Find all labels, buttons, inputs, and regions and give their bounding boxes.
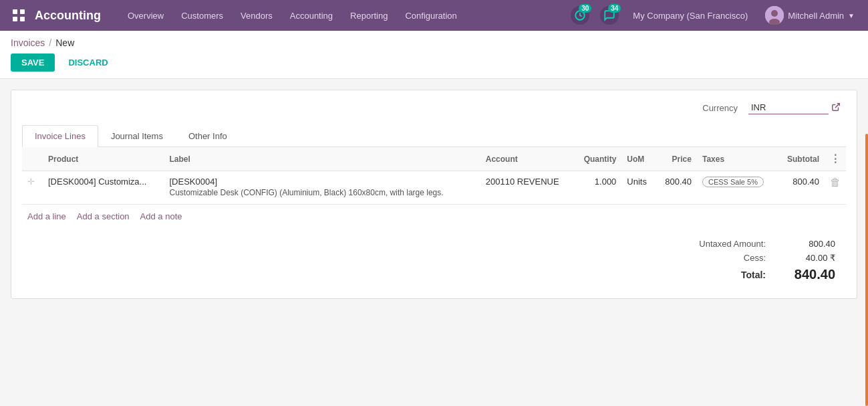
untaxed-label: Untaxed Amount: <box>672 239 766 249</box>
untaxed-amount-row: Untaxed Amount: 800.40 <box>635 239 835 249</box>
total-value: 840.40 <box>782 267 835 282</box>
totals-section: Untaxed Amount: 800.40 Cess: 40.00 ₹ Tot… <box>22 228 846 288</box>
table-header-row: Product Label Account Quantity UoM Price… <box>22 147 846 171</box>
add-note-link[interactable]: Add a note <box>140 211 182 221</box>
svg-rect-2 <box>13 17 17 21</box>
th-quantity: Quantity <box>574 147 622 171</box>
svg-line-8 <box>835 103 839 107</box>
breadcrumb-parent[interactable]: Invoices <box>11 37 45 48</box>
label-code: [DESK0004] <box>169 177 474 187</box>
tab-invoice-lines[interactable]: Invoice Lines <box>22 125 98 147</box>
breadcrumb-separator: / <box>49 37 51 48</box>
quantity-value: 1.000 <box>595 177 617 187</box>
row-subtotal: 800.40 <box>777 171 825 205</box>
tab-journal-items[interactable]: Journal Items <box>98 125 176 147</box>
chat-notification-button[interactable]: 34 <box>598 4 621 27</box>
account-value: 200110 REVENUE <box>486 177 559 187</box>
untaxed-value: 800.40 <box>782 239 835 249</box>
breadcrumb-current: New <box>55 37 74 48</box>
total-row: Total: 840.40 <box>635 267 835 282</box>
top-menu: Overview Customers Vendors Accounting Re… <box>120 7 569 25</box>
row-product[interactable]: [DESK0004] Customiza... <box>43 171 164 205</box>
scrollbar-accent <box>865 134 868 310</box>
menu-accounting[interactable]: Accounting <box>282 7 341 25</box>
total-label: Total: <box>672 270 766 280</box>
drag-icon[interactable]: ✛ <box>27 177 35 187</box>
th-actions: ⋮ <box>825 147 846 171</box>
svg-point-6 <box>771 10 778 17</box>
breadcrumb: Invoices / New <box>11 37 857 48</box>
save-button[interactable]: SAVE <box>11 54 55 72</box>
menu-overview[interactable]: Overview <box>120 7 172 25</box>
label-desc: Customizable Desk (CONFIG) (Aluminium, B… <box>169 187 474 199</box>
company-selector[interactable]: My Company (San Francisco) <box>627 8 753 23</box>
row-taxes[interactable]: CESS Sale 5% <box>697 171 777 205</box>
svg-rect-1 <box>20 9 25 14</box>
tab-other-info[interactable]: Other Info <box>176 125 240 147</box>
menu-reporting[interactable]: Reporting <box>342 7 396 25</box>
currency-external-link-icon[interactable] <box>831 102 841 114</box>
currency-select-wrap: INR USD EUR GBP <box>748 101 841 114</box>
main-content: Currency INR USD EUR GBP In <box>0 79 868 310</box>
product-code: [DESK0004] Customiza... <box>48 177 146 187</box>
add-line-link[interactable]: Add a line <box>27 211 66 221</box>
svg-rect-3 <box>20 17 25 21</box>
th-subtotal: Subtotal <box>777 147 825 171</box>
th-account: Account <box>480 147 574 171</box>
row-price[interactable]: 800.40 <box>656 171 697 205</box>
svg-rect-0 <box>13 9 17 14</box>
th-price: Price <box>656 147 697 171</box>
row-account[interactable]: 200110 REVENUE <box>480 171 574 205</box>
row-delete[interactable]: 🗑 <box>825 171 846 205</box>
discard-button[interactable]: DISCARD <box>60 54 116 72</box>
th-product: Product <box>43 147 164 171</box>
row-drag-handle[interactable]: ✛ <box>22 171 43 205</box>
row-quantity[interactable]: 1.000 <box>574 171 622 205</box>
menu-configuration[interactable]: Configuration <box>397 7 464 25</box>
chat-badge-count: 34 <box>608 4 621 13</box>
row-label[interactable]: [DESK0004] Customizable Desk (CONFIG) (A… <box>164 171 480 205</box>
user-menu[interactable]: Mitchell Admin ▼ <box>760 3 860 27</box>
top-navigation: Accounting Overview Customers Vendors Ac… <box>0 0 868 31</box>
cess-row: Cess: 40.00 ₹ <box>635 253 835 263</box>
user-dropdown-icon: ▼ <box>848 12 855 19</box>
currency-row: Currency INR USD EUR GBP <box>22 101 846 114</box>
menu-vendors[interactable]: Vendors <box>233 7 281 25</box>
grid-menu-icon[interactable] <box>8 5 29 26</box>
subtotal-value: 800.40 <box>792 177 819 187</box>
add-actions: Add a line Add a section Add a note <box>22 205 846 228</box>
delete-row-icon[interactable]: 🗑 <box>830 177 841 188</box>
th-label: Label <box>164 147 480 171</box>
page-header: Invoices / New SAVE DISCARD <box>0 31 868 79</box>
currency-label: Currency <box>702 103 738 113</box>
clock-notification-button[interactable]: 30 <box>569 4 591 27</box>
clock-badge-count: 30 <box>579 4 591 13</box>
th-taxes: Taxes <box>697 147 777 171</box>
form-card: Currency INR USD EUR GBP In <box>11 90 857 299</box>
row-uom[interactable]: Units <box>621 171 656 205</box>
currency-select[interactable]: INR USD EUR GBP <box>748 101 829 114</box>
action-bar: SAVE DISCARD <box>11 54 857 78</box>
cess-value: 40.00 ₹ <box>782 253 835 263</box>
th-uom: UoM <box>621 147 656 171</box>
price-value: 800.40 <box>665 177 692 187</box>
cess-label: Cess: <box>672 253 766 263</box>
th-drag <box>22 147 43 171</box>
user-name: Mitchell Admin <box>788 11 844 21</box>
add-section-link[interactable]: Add a section <box>77 211 130 221</box>
tax-badge: CESS Sale 5% <box>702 177 764 187</box>
column-options-icon[interactable]: ⋮ <box>830 153 841 165</box>
avatar <box>765 6 784 25</box>
app-title: Accounting <box>35 9 101 23</box>
uom-value: Units <box>627 177 647 187</box>
table-row: ✛ [DESK0004] Customiza... [DESK0004] Cus… <box>22 171 846 205</box>
topnav-right: 30 34 My Company (San Francisco) Mitchel… <box>569 3 860 27</box>
invoice-table: Product Label Account Quantity UoM Price… <box>22 147 846 205</box>
menu-customers[interactable]: Customers <box>173 7 231 25</box>
tabs: Invoice Lines Journal Items Other Info <box>22 125 846 147</box>
